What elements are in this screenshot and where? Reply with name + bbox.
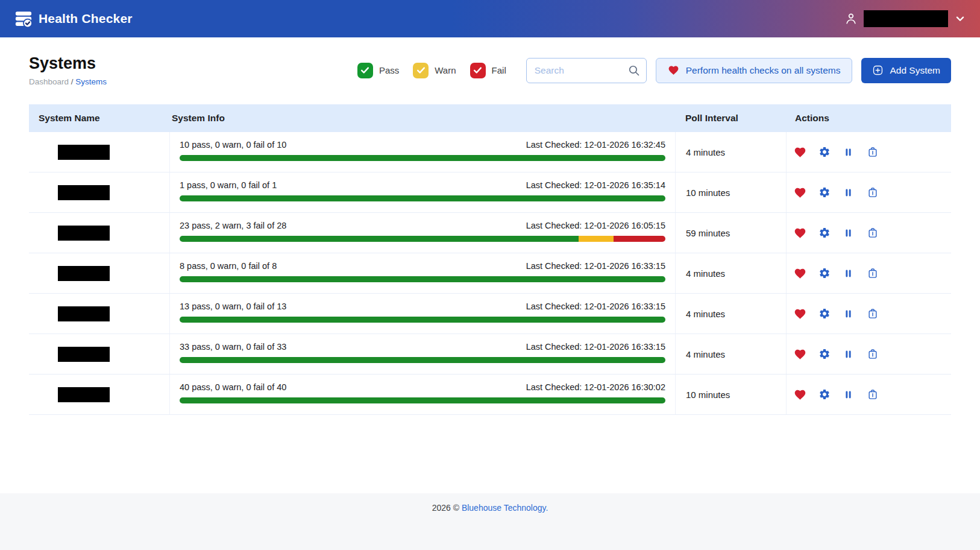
settings-action-button[interactable] [818, 267, 831, 280]
page-title: Systems [29, 54, 107, 73]
pass-checkbox-icon[interactable] [357, 63, 373, 78]
system-info-cell: 23 pass, 2 warn, 3 fail of 28 Last Check… [169, 213, 675, 253]
delete-action-button[interactable] [866, 388, 879, 401]
breadcrumb-systems[interactable]: Systems [75, 77, 107, 86]
header-actions: Actions [786, 113, 951, 124]
delete-action-button[interactable] [866, 146, 879, 159]
logo-server-check-icon [14, 10, 33, 28]
legend-item-pass[interactable]: Pass [357, 63, 399, 78]
table-body: 10 pass, 0 warn, 0 fail of 10 Last Check… [29, 132, 951, 415]
poll-interval-cell: 4 minutes [675, 294, 786, 333]
trash-icon [867, 186, 879, 198]
system-name-cell [29, 132, 169, 172]
pause-action-button[interactable] [842, 186, 855, 199]
delete-action-button[interactable] [866, 267, 879, 280]
navbar: Health Checker [0, 0, 980, 37]
system-info-cell: 13 pass, 0 warn, 0 fail of 13 Last Check… [169, 294, 675, 333]
system-summary: 1 pass, 0 warn, 0 fail of 1 [180, 180, 277, 190]
redacted-system-name [58, 185, 110, 200]
bar-segment-pass [180, 236, 579, 242]
last-checked: Last Checked: 12-01-2026 16:30:02 [526, 382, 665, 392]
system-summary: 10 pass, 0 warn, 0 fail of 10 [180, 140, 286, 150]
page-heading: Systems Dashboard / Systems [29, 54, 107, 86]
health-bar [180, 357, 665, 363]
gear-icon [818, 267, 831, 279]
pause-action-button[interactable] [842, 348, 855, 361]
actions-cell [786, 375, 951, 414]
system-info-cell: 33 pass, 0 warn, 0 fail of 33 Last Check… [169, 334, 675, 374]
breadcrumb-dashboard[interactable]: Dashboard [29, 77, 69, 86]
health-bar [180, 195, 665, 201]
delete-action-button[interactable] [866, 227, 879, 239]
bar-segment-fail [614, 236, 665, 242]
poll-interval: 10 minutes [686, 390, 730, 400]
delete-action-button[interactable] [866, 308, 879, 320]
brand[interactable]: Health Checker [14, 10, 133, 28]
settings-action-button[interactable] [818, 227, 831, 239]
legend-label-warn: Warn [435, 65, 456, 75]
breadcrumb: Dashboard / Systems [29, 77, 107, 86]
system-info-cell: 8 pass, 0 warn, 0 fail of 8 Last Checked… [169, 253, 675, 293]
pause-action-button[interactable] [842, 267, 855, 280]
poll-interval-cell: 59 minutes [675, 213, 786, 253]
heart-action-button[interactable] [794, 186, 806, 199]
fail-checkbox-icon[interactable] [470, 63, 486, 78]
heart-action-button[interactable] [794, 348, 806, 361]
gear-icon [818, 186, 831, 198]
actions-cell [786, 294, 951, 333]
heart-action-button[interactable] [794, 388, 806, 401]
settings-action-button[interactable] [818, 186, 831, 199]
system-summary: 13 pass, 0 warn, 0 fail of 13 [180, 302, 286, 311]
table-row: 10 pass, 0 warn, 0 fail of 10 Last Check… [29, 132, 951, 172]
redacted-system-name [58, 306, 110, 321]
footer-company-link[interactable]: Bluehouse Technology. [462, 503, 548, 513]
legend-label-fail: Fail [492, 65, 506, 75]
legend-item-fail[interactable]: Fail [470, 63, 506, 78]
gear-icon [818, 388, 831, 400]
magnifier-icon[interactable] [627, 64, 641, 80]
heart-action-button[interactable] [794, 146, 806, 159]
pause-icon [843, 308, 854, 320]
table-row: 8 pass, 0 warn, 0 fail of 8 Last Checked… [29, 253, 951, 294]
system-summary: 40 pass, 0 warn, 0 fail of 40 [180, 382, 286, 392]
table-row: 40 pass, 0 warn, 0 fail of 40 Last Check… [29, 375, 951, 415]
gear-icon [818, 146, 831, 158]
heart-action-button[interactable] [794, 267, 806, 280]
table-row: 23 pass, 2 warn, 3 fail of 28 Last Check… [29, 213, 951, 253]
system-name-cell [29, 375, 169, 414]
legend-item-warn[interactable]: Warn [413, 63, 456, 78]
settings-action-button[interactable] [818, 348, 831, 361]
gear-icon [818, 348, 831, 360]
table-header-row: System Name System Info Poll Interval Ac… [29, 104, 951, 132]
health-bar [180, 317, 665, 323]
delete-action-button[interactable] [866, 348, 879, 361]
heart-action-button[interactable] [794, 308, 806, 320]
actions-cell [786, 253, 951, 293]
heart-action-button[interactable] [794, 227, 806, 239]
trash-icon [867, 388, 879, 400]
add-system-button[interactable]: Add System [861, 58, 951, 83]
perform-health-checks-button[interactable]: Perform health checks on all systems [656, 58, 853, 83]
bar-segment-pass [180, 357, 665, 363]
poll-interval: 59 minutes [686, 228, 730, 238]
settings-action-button[interactable] [818, 388, 831, 401]
last-checked: Last Checked: 12-01-2026 16:33:15 [526, 342, 665, 352]
redacted-system-name [58, 266, 110, 281]
settings-action-button[interactable] [818, 308, 831, 320]
poll-interval: 4 minutes [686, 309, 725, 319]
warn-checkbox-icon[interactable] [413, 63, 429, 78]
header-poll-interval: Poll Interval [675, 113, 786, 124]
delete-action-button[interactable] [866, 186, 879, 199]
last-checked: Last Checked: 12-01-2026 16:33:15 [526, 261, 665, 271]
health-bar [180, 155, 665, 161]
settings-action-button[interactable] [818, 146, 831, 159]
poll-interval: 4 minutes [686, 147, 725, 157]
add-system-label: Add System [890, 65, 940, 76]
pause-action-button[interactable] [842, 308, 855, 320]
heart-icon [794, 227, 806, 239]
chevron-down-icon[interactable] [953, 12, 967, 25]
pause-action-button[interactable] [842, 227, 855, 239]
pause-action-button[interactable] [842, 388, 855, 401]
trash-icon [867, 348, 879, 360]
pause-action-button[interactable] [842, 146, 855, 159]
